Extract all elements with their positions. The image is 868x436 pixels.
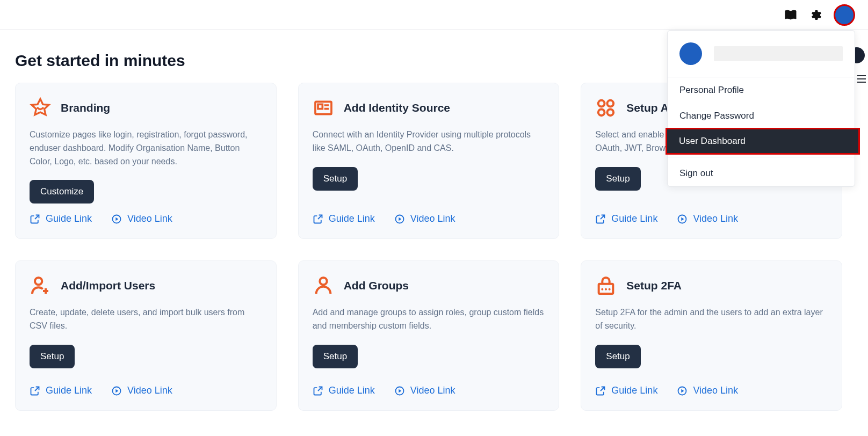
video-link[interactable]: Video Link: [111, 213, 172, 224]
card-title: Branding: [61, 101, 110, 114]
video-link[interactable]: Video Link: [677, 385, 738, 396]
video-link[interactable]: Video Link: [394, 385, 455, 396]
svg-point-4: [598, 100, 605, 107]
user-plus-icon: [30, 275, 51, 296]
lock-icon: [595, 275, 617, 296]
guide-link-label: Guide Link: [329, 385, 375, 396]
book-icon[interactable]: [784, 9, 797, 21]
video-link-label: Video Link: [127, 385, 172, 396]
svg-point-7: [607, 110, 614, 116]
svg-point-9: [35, 278, 42, 285]
user-avatar-button[interactable]: [834, 4, 855, 26]
user-menu-header: [668, 31, 855, 77]
card-title: Add/Import Users: [61, 279, 155, 292]
video-link-label: Video Link: [410, 213, 455, 224]
video-link-label: Video Link: [410, 385, 455, 396]
video-link-label: Video Link: [693, 385, 738, 396]
card-desc: Customize pages like login, registration…: [30, 128, 262, 168]
guide-link-label: Guide Link: [611, 213, 657, 224]
card-title: Add Identity Source: [344, 101, 450, 114]
svg-rect-2: [318, 104, 322, 108]
apps-icon: [595, 97, 617, 119]
card-add-users: Add/Import Users Create, update, delete …: [15, 260, 277, 411]
user-menu-avatar: [679, 42, 702, 65]
card-desc: Connect with an Identity Provider using …: [313, 128, 545, 155]
id-card-icon: [313, 97, 334, 119]
guide-link[interactable]: Guide Link: [30, 385, 92, 396]
card-desc: Setup 2FA for the admin and the users to…: [595, 306, 828, 333]
menu-change-password[interactable]: Change Password: [668, 103, 855, 129]
guide-link[interactable]: Guide Link: [313, 213, 375, 224]
guide-link[interactable]: Guide Link: [595, 385, 657, 396]
guide-link-label: Guide Link: [329, 213, 375, 224]
guide-link[interactable]: Guide Link: [595, 213, 657, 224]
customize-button[interactable]: Customize: [30, 180, 94, 204]
guide-link-label: Guide Link: [46, 213, 92, 224]
star-icon: [30, 97, 51, 119]
card-desc: Add and manage groups to assign roles, g…: [313, 306, 545, 333]
video-link[interactable]: Video Link: [677, 213, 738, 224]
card-setup-2fa: Setup 2FA Setup 2FA for the admin and th…: [581, 260, 842, 411]
video-link[interactable]: Video Link: [394, 213, 455, 224]
topbar: [0, 0, 868, 30]
guide-link-label: Guide Link: [611, 385, 657, 396]
user-menu: Personal Profile Change Password User Da…: [667, 30, 855, 187]
card-desc: Create, update, delete users, and import…: [30, 306, 262, 333]
svg-point-5: [607, 100, 614, 107]
menu-sign-out[interactable]: Sign out: [668, 161, 855, 186]
menu-personal-profile[interactable]: Personal Profile: [668, 77, 855, 103]
video-link-label: Video Link: [693, 213, 738, 224]
card-branding: Branding Customize pages like login, reg…: [15, 83, 277, 239]
menu-user-dashboard[interactable]: User Dashboard: [666, 128, 860, 155]
video-link[interactable]: Video Link: [111, 385, 172, 396]
card-identity-source: Add Identity Source Connect with an Iden…: [298, 83, 560, 239]
guide-link[interactable]: Guide Link: [30, 213, 92, 224]
setup-button[interactable]: Setup: [313, 167, 358, 191]
card-add-groups: Add Groups Add and manage groups to assi…: [298, 260, 560, 411]
user-icon: [313, 275, 334, 296]
guide-link[interactable]: Guide Link: [313, 385, 375, 396]
setup-button[interactable]: Setup: [595, 345, 640, 368]
guide-link-label: Guide Link: [46, 385, 92, 396]
svg-point-6: [598, 110, 605, 116]
gear-icon[interactable]: [809, 9, 822, 21]
card-title: Setup 2FA: [626, 279, 682, 292]
menu-separator: [668, 157, 855, 157]
video-link-label: Video Link: [127, 213, 172, 224]
setup-button[interactable]: Setup: [595, 167, 640, 191]
setup-button[interactable]: Setup: [313, 345, 358, 368]
card-title: Add Groups: [344, 279, 409, 292]
user-menu-name-redacted: [714, 46, 843, 61]
setup-button[interactable]: Setup: [30, 345, 75, 368]
svg-point-11: [320, 278, 327, 285]
hamburger-icon: [857, 75, 866, 85]
